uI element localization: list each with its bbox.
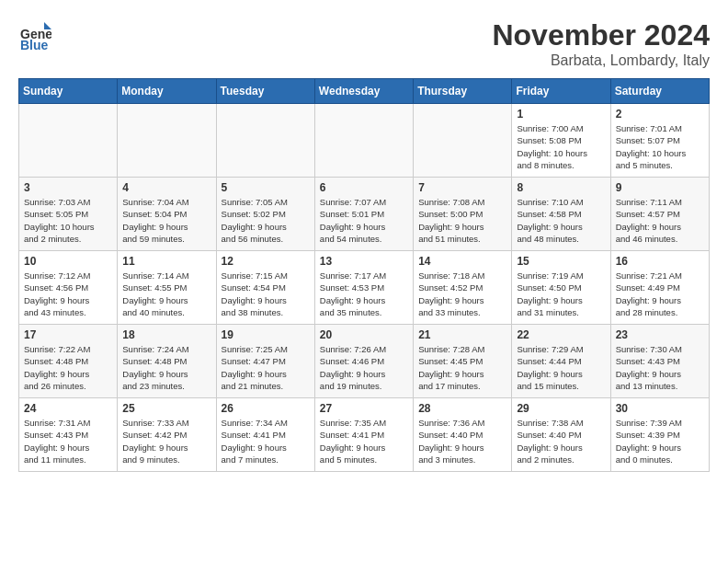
calendar-cell: 7Sunrise: 7:08 AM Sunset: 5:00 PM Daylig… xyxy=(414,178,512,251)
calendar-cell: 27Sunrise: 7:35 AM Sunset: 4:41 PM Dayli… xyxy=(314,398,413,472)
location: Barbata, Lombardy, Italy xyxy=(492,52,710,69)
calendar-cell: 19Sunrise: 7:25 AM Sunset: 4:47 PM Dayli… xyxy=(216,325,314,398)
weekday-header-tuesday: Tuesday xyxy=(216,79,314,104)
calendar-cell: 13Sunrise: 7:17 AM Sunset: 4:53 PM Dayli… xyxy=(314,251,413,325)
day-number: 12 xyxy=(222,255,310,268)
day-info: Sunrise: 7:05 AM Sunset: 5:02 PM Dayligh… xyxy=(222,196,310,245)
day-info: Sunrise: 7:30 AM Sunset: 4:43 PM Dayligh… xyxy=(616,343,704,392)
day-number: 4 xyxy=(122,181,210,194)
day-info: Sunrise: 7:18 AM Sunset: 4:52 PM Dayligh… xyxy=(418,270,506,318)
calendar-cell: 11Sunrise: 7:14 AM Sunset: 4:55 PM Dayli… xyxy=(118,251,216,325)
day-info: Sunrise: 7:03 AM Sunset: 5:05 PM Dayligh… xyxy=(24,196,112,245)
calendar-table: SundayMondayTuesdayWednesdayThursdayFrid… xyxy=(18,78,710,472)
day-info: Sunrise: 7:39 AM Sunset: 4:39 PM Dayligh… xyxy=(616,417,704,465)
weekday-header-wednesday: Wednesday xyxy=(314,79,413,104)
day-number: 8 xyxy=(517,181,605,194)
calendar-cell: 21Sunrise: 7:28 AM Sunset: 4:45 PM Dayli… xyxy=(414,325,512,398)
calendar-cell: 2Sunrise: 7:01 AM Sunset: 5:07 PM Daylig… xyxy=(610,104,709,178)
day-info: Sunrise: 7:01 AM Sunset: 5:07 PM Dayligh… xyxy=(616,122,704,171)
calendar-cell xyxy=(314,104,413,178)
day-number: 20 xyxy=(320,328,408,341)
day-info: Sunrise: 7:10 AM Sunset: 4:58 PM Dayligh… xyxy=(517,196,605,245)
calendar-cell: 3Sunrise: 7:03 AM Sunset: 5:05 PM Daylig… xyxy=(19,178,118,251)
day-number: 10 xyxy=(24,255,112,268)
logo-icon: General Blue xyxy=(18,18,51,52)
day-number: 19 xyxy=(222,328,310,341)
week-row-3: 10Sunrise: 7:12 AM Sunset: 4:56 PM Dayli… xyxy=(19,251,710,325)
calendar-cell: 15Sunrise: 7:19 AM Sunset: 4:50 PM Dayli… xyxy=(512,251,610,325)
day-number: 6 xyxy=(320,181,408,194)
day-info: Sunrise: 7:11 AM Sunset: 4:57 PM Dayligh… xyxy=(616,196,704,245)
day-info: Sunrise: 7:24 AM Sunset: 4:48 PM Dayligh… xyxy=(122,343,210,392)
day-number: 21 xyxy=(418,328,506,341)
day-number: 22 xyxy=(517,328,605,341)
day-number: 1 xyxy=(517,108,605,121)
day-info: Sunrise: 7:36 AM Sunset: 4:40 PM Dayligh… xyxy=(418,417,506,465)
svg-text:Blue: Blue xyxy=(20,38,49,52)
day-info: Sunrise: 7:31 AM Sunset: 4:43 PM Dayligh… xyxy=(24,417,112,465)
svg-marker-2 xyxy=(44,22,51,29)
calendar-cell: 9Sunrise: 7:11 AM Sunset: 4:57 PM Daylig… xyxy=(610,178,709,251)
calendar-cell xyxy=(216,104,314,178)
calendar-cell: 24Sunrise: 7:31 AM Sunset: 4:43 PM Dayli… xyxy=(19,398,118,472)
day-number: 27 xyxy=(320,402,408,415)
day-number: 26 xyxy=(222,402,310,415)
weekday-header-monday: Monday xyxy=(118,79,216,104)
day-info: Sunrise: 7:21 AM Sunset: 4:49 PM Dayligh… xyxy=(616,270,704,318)
day-info: Sunrise: 7:22 AM Sunset: 4:48 PM Dayligh… xyxy=(24,343,112,392)
day-number: 15 xyxy=(517,255,605,268)
week-row-5: 24Sunrise: 7:31 AM Sunset: 4:43 PM Dayli… xyxy=(19,398,710,472)
week-row-2: 3Sunrise: 7:03 AM Sunset: 5:05 PM Daylig… xyxy=(19,178,710,251)
day-number: 9 xyxy=(616,181,704,194)
day-number: 25 xyxy=(122,402,210,415)
day-number: 29 xyxy=(517,402,605,415)
calendar-cell: 4Sunrise: 7:04 AM Sunset: 5:04 PM Daylig… xyxy=(118,178,216,251)
calendar-cell: 18Sunrise: 7:24 AM Sunset: 4:48 PM Dayli… xyxy=(118,325,216,398)
day-number: 2 xyxy=(616,108,704,121)
month-title: November 2024 xyxy=(492,18,710,52)
day-info: Sunrise: 7:34 AM Sunset: 4:41 PM Dayligh… xyxy=(222,417,310,465)
day-number: 3 xyxy=(24,181,112,194)
day-number: 7 xyxy=(418,181,506,194)
page-header: General Blue November 2024 Barbata, Lomb… xyxy=(18,18,710,69)
weekday-header-thursday: Thursday xyxy=(414,79,512,104)
weekday-header-row: SundayMondayTuesdayWednesdayThursdayFrid… xyxy=(19,79,710,104)
day-number: 23 xyxy=(616,328,704,341)
logo: General Blue xyxy=(18,18,55,52)
week-row-1: 1Sunrise: 7:00 AM Sunset: 5:08 PM Daylig… xyxy=(19,104,710,178)
calendar-cell: 26Sunrise: 7:34 AM Sunset: 4:41 PM Dayli… xyxy=(216,398,314,472)
day-info: Sunrise: 7:26 AM Sunset: 4:46 PM Dayligh… xyxy=(320,343,408,392)
day-number: 11 xyxy=(122,255,210,268)
calendar-cell: 5Sunrise: 7:05 AM Sunset: 5:02 PM Daylig… xyxy=(216,178,314,251)
day-info: Sunrise: 7:15 AM Sunset: 4:54 PM Dayligh… xyxy=(222,270,310,318)
day-info: Sunrise: 7:25 AM Sunset: 4:47 PM Dayligh… xyxy=(222,343,310,392)
day-info: Sunrise: 7:19 AM Sunset: 4:50 PM Dayligh… xyxy=(517,270,605,318)
calendar-cell: 8Sunrise: 7:10 AM Sunset: 4:58 PM Daylig… xyxy=(512,178,610,251)
day-info: Sunrise: 7:29 AM Sunset: 4:44 PM Dayligh… xyxy=(517,343,605,392)
calendar-cell: 28Sunrise: 7:36 AM Sunset: 4:40 PM Dayli… xyxy=(414,398,512,472)
weekday-header-sunday: Sunday xyxy=(19,79,118,104)
day-info: Sunrise: 7:04 AM Sunset: 5:04 PM Dayligh… xyxy=(122,196,210,245)
day-number: 30 xyxy=(616,402,704,415)
day-info: Sunrise: 7:14 AM Sunset: 4:55 PM Dayligh… xyxy=(122,270,210,318)
calendar-cell: 17Sunrise: 7:22 AM Sunset: 4:48 PM Dayli… xyxy=(19,325,118,398)
calendar-cell xyxy=(19,104,118,178)
day-info: Sunrise: 7:17 AM Sunset: 4:53 PM Dayligh… xyxy=(320,270,408,318)
day-info: Sunrise: 7:33 AM Sunset: 4:42 PM Dayligh… xyxy=(122,417,210,465)
day-number: 5 xyxy=(222,181,310,194)
calendar-cell: 22Sunrise: 7:29 AM Sunset: 4:44 PM Dayli… xyxy=(512,325,610,398)
calendar-cell: 20Sunrise: 7:26 AM Sunset: 4:46 PM Dayli… xyxy=(314,325,413,398)
calendar-cell: 6Sunrise: 7:07 AM Sunset: 5:01 PM Daylig… xyxy=(314,178,413,251)
calendar-cell xyxy=(118,104,216,178)
weekday-header-friday: Friday xyxy=(512,79,610,104)
day-number: 13 xyxy=(320,255,408,268)
weekday-header-saturday: Saturday xyxy=(610,79,709,104)
week-row-4: 17Sunrise: 7:22 AM Sunset: 4:48 PM Dayli… xyxy=(19,325,710,398)
day-number: 24 xyxy=(24,402,112,415)
calendar-cell: 25Sunrise: 7:33 AM Sunset: 4:42 PM Dayli… xyxy=(118,398,216,472)
day-info: Sunrise: 7:28 AM Sunset: 4:45 PM Dayligh… xyxy=(418,343,506,392)
calendar-cell: 1Sunrise: 7:00 AM Sunset: 5:08 PM Daylig… xyxy=(512,104,610,178)
day-number: 14 xyxy=(418,255,506,268)
title-area: November 2024 Barbata, Lombardy, Italy xyxy=(492,18,710,69)
day-number: 16 xyxy=(616,255,704,268)
